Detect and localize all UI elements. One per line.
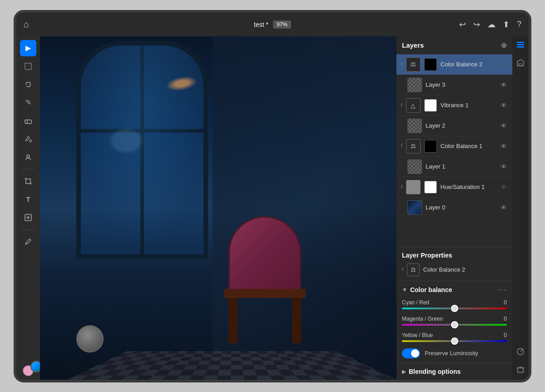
cyan-red-value: 0: [504, 299, 507, 306]
redo-icon[interactable]: ↪: [473, 20, 480, 30]
top-bar: ⌂ test * 97% ↩ ↪ ☁ ⬆ ?: [16, 13, 529, 36]
zoom-badge: 97%: [273, 20, 291, 29]
layer-visibility-layer1[interactable]: 👁: [500, 162, 508, 171]
layer-item-color-balance-2[interactable]: f ⚖ Color Balance 2 👁: [396, 55, 512, 75]
layer-visibility-vibrance1[interactable]: 👁: [500, 101, 508, 110]
adjustments-sidebar-icon[interactable]: [516, 347, 525, 358]
home-icon[interactable]: ⌂: [24, 19, 29, 30]
layer-name-layer2: Layer 2: [426, 122, 496, 129]
magenta-green-slider-group: Magenta / Green 0: [402, 316, 507, 326]
layer-name-cb1: Color Balance 1: [441, 143, 496, 149]
layer-thumb-hue1: [406, 180, 421, 194]
preserve-luminosity-toggle[interactable]: [402, 348, 420, 358]
layer-props-name: Color Balance 2: [423, 266, 466, 273]
layer-item-layer3[interactable]: Layer 3 👁: [396, 75, 512, 95]
layer-item-layer1[interactable]: Layer 1 👁: [396, 157, 512, 177]
layer-thumb-layer3: [407, 78, 422, 92]
magenta-green-value: 0: [504, 316, 507, 322]
layer-props-link: f: [402, 267, 403, 272]
yellow-blue-thumb[interactable]: [451, 337, 458, 345]
layer-visibility-layer2[interactable]: 👁: [500, 121, 508, 130]
layer-visibility-layer3[interactable]: 👁: [500, 80, 508, 89]
share-icon[interactable]: ⬆: [503, 20, 510, 30]
layer-name-hue1: Hue/Saturation 1: [441, 184, 496, 190]
blending-title: Blending options: [409, 368, 461, 375]
layer-name-layer0: Layer 0: [426, 204, 496, 211]
tool-fill[interactable]: [20, 131, 36, 147]
magenta-green-thumb[interactable]: [451, 321, 458, 328]
layer-properties-title: Layer Properties: [402, 252, 507, 259]
right-panel: Layers ⊕ f ⚖ Color Balance 2 👁: [396, 36, 512, 380]
layer-thumb-layer2: [407, 119, 422, 133]
layer-item-layer2[interactable]: Layer 2 👁: [396, 116, 512, 136]
layer-item-layer0[interactable]: Layer 0 👁: [396, 198, 512, 218]
chevron-down-icon: ▼: [402, 287, 407, 293]
layer-item-hue-saturation1[interactable]: f Hue/Saturation 1 👁: [396, 177, 512, 198]
cyan-red-label: Cyan / Red: [402, 299, 429, 306]
layer-thumb-cb2: ⚖: [406, 57, 421, 72]
svg-rect-0: [25, 63, 31, 69]
tool-place[interactable]: [20, 209, 36, 226]
layers-panel-title: Layers: [402, 41, 424, 49]
layer-visibility-cb1[interactable]: 👁: [500, 142, 508, 151]
more-options-icon[interactable]: ···: [498, 286, 507, 294]
rotation-tool[interactable]: [76, 325, 104, 352]
canvas-area[interactable]: [40, 36, 396, 380]
history-sidebar-icon[interactable]: [516, 365, 525, 376]
magenta-green-label: Magenta / Green: [402, 316, 443, 322]
cyan-red-track[interactable]: [402, 308, 507, 309]
layer-mask-cb2: [424, 58, 437, 71]
blending-header[interactable]: ▶ Blending options: [402, 368, 507, 375]
canvas-image: [40, 36, 396, 380]
layer-link-cb1: f: [401, 144, 402, 149]
cyan-red-thumb[interactable]: [451, 305, 458, 312]
layer-item-vibrance1[interactable]: f △ Vibrance 1 👁: [396, 95, 512, 116]
far-right-sidebar: [512, 36, 529, 380]
layer-mask-v1: [424, 99, 437, 112]
tool-eyedropper[interactable]: [20, 233, 36, 250]
tool-type[interactable]: T: [20, 191, 36, 208]
tool-stamp[interactable]: [20, 149, 36, 165]
blending-section: ▶ Blending options: [396, 363, 512, 380]
top-bar-right: ↩ ↪ ☁ ⬆ ?: [459, 20, 521, 30]
layers-list: f ⚖ Color Balance 2 👁 Layer 3 👁: [396, 55, 512, 247]
color-balance-header-left: ▼ Color balance: [402, 286, 452, 293]
layers-sidebar-icon[interactable]: [516, 40, 525, 51]
cyan-red-slider-group: Cyan / Red 0: [402, 299, 507, 309]
tool-marquee[interactable]: [20, 58, 36, 74]
layer-mask-cb1: [424, 140, 437, 153]
svg-point-4: [27, 155, 30, 158]
top-bar-left: ⌂: [24, 19, 29, 30]
tablet-container: ⌂ test * 97% ↩ ↪ ☁ ⬆ ? ▶: [14, 10, 531, 382]
yellow-blue-track[interactable]: [402, 340, 507, 342]
layers-add-icon[interactable]: ⊕: [501, 41, 507, 50]
preserve-luminosity-row: Preserve Luminosity: [402, 348, 507, 358]
layer-visibility-hue1[interactable]: 👁: [500, 183, 508, 192]
cloud-icon[interactable]: ☁: [487, 20, 495, 30]
color-balance-header[interactable]: ▼ Color balance ···: [402, 286, 507, 294]
layer-name-cb2: Color Balance 2: [441, 61, 496, 68]
tool-eraser[interactable]: [20, 113, 36, 129]
tool-brush[interactable]: ✎: [20, 94, 36, 111]
layers-panel-icons: ⊕: [501, 41, 507, 50]
layer-visibility-cb2[interactable]: 👁: [500, 60, 508, 69]
file-title: test *: [254, 21, 268, 28]
tool-crop[interactable]: [20, 173, 36, 189]
tool-lasso[interactable]: [20, 76, 36, 93]
svg-rect-1: [25, 120, 31, 124]
yellow-blue-slider-group: Yellow / Blue 0: [402, 332, 507, 342]
layer-visibility-layer0[interactable]: 👁: [500, 203, 508, 212]
properties-sidebar-icon[interactable]: [516, 58, 525, 69]
top-bar-center: test * 97%: [254, 20, 291, 29]
main-area: ▶ ✎: [16, 36, 529, 380]
layer-name-vibrance1: Vibrance 1: [441, 102, 496, 109]
undo-icon[interactable]: ↩: [459, 20, 466, 30]
magenta-green-track[interactable]: [402, 324, 507, 326]
help-icon[interactable]: ?: [517, 20, 521, 29]
svg-rect-9: [517, 42, 524, 43]
tool-select[interactable]: ▶: [20, 40, 36, 56]
layer-properties-row: f ⚖ Color Balance 2: [402, 263, 507, 276]
layer-link-hs1: f: [401, 184, 402, 189]
preserve-luminosity-label: Preserve Luminosity: [425, 350, 478, 357]
layer-item-color-balance-1[interactable]: f ⚖ Color Balance 1 👁: [396, 136, 512, 157]
